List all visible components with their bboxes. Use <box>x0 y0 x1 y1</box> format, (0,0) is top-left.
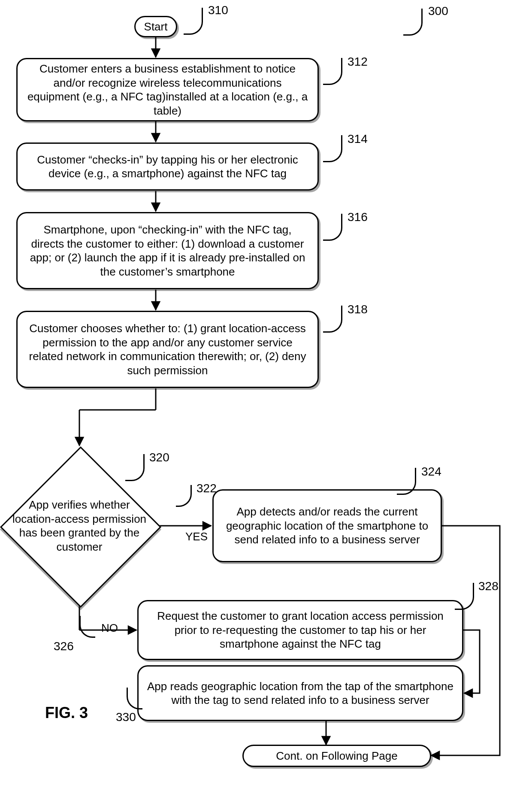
node-312-label: Customer enters a business establishment… <box>26 62 309 118</box>
flowchart-canvas: 300 Start 310 Customer enters a business… <box>0 0 532 785</box>
ref-326: 326 <box>54 640 74 653</box>
node-continue-label: Cont. on Following Page <box>276 749 397 763</box>
node-324-label: App detects and/or reads the current geo… <box>222 505 432 547</box>
node-312: Customer enters a business establishment… <box>16 58 319 121</box>
node-330: App reads geographic location from the t… <box>137 665 463 721</box>
node-328: Request the customer to grant location a… <box>137 600 463 660</box>
figure-label: FIG. 3 <box>45 704 88 722</box>
ref-314: 314 <box>348 132 368 146</box>
node-330-label: App reads geographic location from the t… <box>147 679 453 707</box>
ref-316: 316 <box>348 210 368 224</box>
ref-330: 330 <box>116 710 136 724</box>
node-324: App detects and/or reads the current geo… <box>212 489 442 562</box>
ref-324: 324 <box>421 465 441 479</box>
node-328-label: Request the customer to grant location a… <box>147 609 453 651</box>
ref-328: 328 <box>478 579 499 593</box>
ref-322: 322 <box>196 482 217 495</box>
node-314: Customer “checks-in” by tapping his or h… <box>16 142 319 191</box>
ref-318: 318 <box>348 303 368 316</box>
figure-ref-300: 300 <box>428 4 448 18</box>
ref-320: 320 <box>149 451 169 464</box>
node-start: Start <box>134 16 177 37</box>
node-continue: Cont. on Following Page <box>242 745 431 767</box>
ref-312: 312 <box>348 55 368 69</box>
node-314-label: Customer “checks-in” by tapping his or h… <box>26 153 309 181</box>
node-318-label: Customer chooses whether to: (1) grant l… <box>26 321 309 377</box>
branch-yes: YES <box>185 530 208 543</box>
node-316: Smartphone, upon “checking-in” with the … <box>16 212 319 289</box>
ref-310: 310 <box>208 3 228 17</box>
node-316-label: Smartphone, upon “checking-in” with the … <box>26 223 309 279</box>
node-320-label: App verifies whether location-access per… <box>9 498 150 554</box>
node-318: Customer chooses whether to: (1) grant l… <box>16 311 319 388</box>
node-start-label: Start <box>144 20 168 34</box>
branch-no: NO <box>101 621 118 635</box>
